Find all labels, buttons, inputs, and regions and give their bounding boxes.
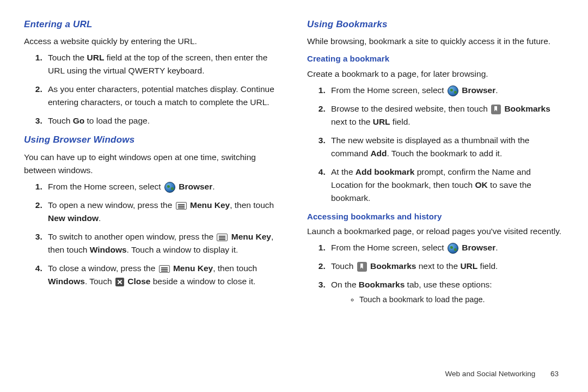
bookmark-icon bbox=[357, 262, 367, 272]
section-name: Web and Social Networking bbox=[445, 370, 536, 378]
text: field. bbox=[477, 261, 498, 271]
text: To switch to another open window, press … bbox=[48, 232, 216, 241]
subheading-accessing-bookmarks: Accessing bookmarks and history bbox=[307, 210, 564, 223]
steps-create-bookmark: From the Home screen, select Browser. Br… bbox=[307, 84, 564, 205]
bold: Windows bbox=[90, 245, 127, 254]
text: . bbox=[495, 85, 498, 95]
bold: URL bbox=[87, 53, 105, 62]
step: Browse to the desired website, then touc… bbox=[328, 102, 564, 128]
text: , then touch bbox=[230, 200, 274, 210]
menu-key-icon bbox=[159, 265, 170, 273]
menu-key-icon bbox=[217, 234, 228, 241]
close-icon bbox=[115, 278, 124, 286]
bold: Add bookmark bbox=[356, 167, 415, 176]
left-column: Entering a URL Access a website quickly … bbox=[24, 17, 281, 311]
heading-browser-windows: Using Browser Windows bbox=[24, 133, 281, 147]
text: To close a window, press the bbox=[48, 264, 158, 273]
step: From the Home screen, select Browser. bbox=[328, 241, 564, 254]
step: To open a new window, press the Menu Key… bbox=[45, 199, 281, 225]
steps-access-bookmarks: From the Home screen, select Browser. To… bbox=[307, 241, 564, 306]
text: . Touch bbox=[85, 277, 114, 286]
bold: Menu Key bbox=[231, 232, 271, 241]
text: next to the bbox=[416, 261, 460, 271]
bold: Browser bbox=[179, 182, 212, 191]
bold: URL bbox=[460, 261, 477, 271]
text: On the bbox=[331, 280, 359, 289]
text: . Touch the bookmark to add it. bbox=[387, 149, 503, 158]
step: To close a window, press the Menu Key, t… bbox=[45, 262, 281, 288]
intro-text: Create a bookmark to a page, for later b… bbox=[307, 68, 564, 81]
manual-page: Entering a URL Access a website quickly … bbox=[0, 0, 588, 322]
text: . bbox=[212, 182, 215, 191]
bold: Add bbox=[370, 149, 387, 158]
text: beside a window to close it. bbox=[150, 277, 255, 286]
globe-icon bbox=[448, 243, 458, 254]
steps-entering-url: Touch the URL field at the top of the sc… bbox=[24, 51, 281, 127]
text: . Touch a window to display it. bbox=[127, 245, 238, 254]
intro-text: Access a website quickly by entering the… bbox=[24, 35, 281, 48]
bold: Bookmarks bbox=[504, 104, 550, 113]
text: , then touch bbox=[213, 264, 257, 273]
step: The new website is displayed as a thumbn… bbox=[328, 134, 564, 160]
step: To switch to another open window, press … bbox=[45, 230, 281, 256]
step: From the Home screen, select Browser. bbox=[45, 180, 281, 193]
globe-icon bbox=[448, 85, 458, 96]
bookmark-icon bbox=[491, 105, 501, 114]
bold: New window bbox=[48, 213, 99, 223]
bold: Go bbox=[73, 116, 85, 125]
bold: Windows bbox=[48, 277, 85, 286]
step: Touch Go to load the page. bbox=[45, 114, 281, 127]
intro-text: You can have up to eight windows open at… bbox=[24, 151, 281, 177]
text: field. bbox=[390, 117, 411, 126]
step: From the Home screen, select Browser. bbox=[328, 84, 564, 97]
globe-icon bbox=[164, 182, 175, 193]
text: From the Home screen, select bbox=[331, 243, 446, 252]
intro-text: While browsing, bookmark a site to quick… bbox=[307, 35, 564, 48]
bold: Menu Key bbox=[190, 200, 230, 210]
text: Touch the bbox=[48, 53, 87, 62]
step: Touch the URL field at the top of the sc… bbox=[45, 51, 281, 77]
text: To open a new window, press the bbox=[48, 200, 175, 210]
heading-using-bookmarks: Using Bookmarks bbox=[307, 17, 564, 32]
text: From the Home screen, select bbox=[331, 85, 446, 95]
text: tab, use these options: bbox=[405, 280, 492, 289]
text: Touch bbox=[331, 261, 356, 271]
bold: Close bbox=[127, 277, 150, 286]
step: As you enter characters, potential match… bbox=[45, 83, 281, 109]
text: At the bbox=[331, 167, 356, 176]
text: to load the page. bbox=[84, 116, 150, 125]
bold: Browser bbox=[462, 243, 495, 252]
bold: Bookmarks bbox=[370, 261, 416, 271]
page-number: 63 bbox=[550, 370, 559, 378]
text: Browse to the desired website, then touc… bbox=[331, 104, 490, 113]
bullet-list: Touch a bookmark to load the page. bbox=[331, 293, 564, 305]
bold: OK bbox=[475, 180, 488, 189]
text: . bbox=[99, 213, 101, 223]
intro-text: Launch a bookmarked page, or reload page… bbox=[307, 225, 564, 238]
text: From the Home screen, select bbox=[48, 182, 163, 191]
steps-windows: From the Home screen, select Browser. To… bbox=[24, 180, 281, 288]
text: Touch bbox=[48, 116, 73, 125]
text: . bbox=[495, 243, 498, 252]
bold: URL bbox=[373, 117, 390, 126]
subheading-creating-bookmark: Creating a bookmark bbox=[307, 52, 564, 65]
heading-entering-url: Entering a URL bbox=[24, 17, 281, 32]
menu-key-icon bbox=[176, 202, 187, 210]
bold: Bookmarks bbox=[359, 280, 405, 289]
bold: Browser bbox=[462, 85, 495, 95]
step: Touch Bookmarks next to the URL field. bbox=[328, 260, 564, 273]
page-footer: Web and Social Networking 63 bbox=[445, 369, 559, 380]
text: next to the bbox=[331, 117, 373, 126]
bullet-item: Touch a bookmark to load the page. bbox=[359, 293, 564, 305]
right-column: Using Bookmarks While browsing, bookmark… bbox=[307, 17, 564, 311]
bold: Menu Key bbox=[173, 264, 213, 273]
step: At the Add bookmark prompt, confirm the … bbox=[328, 166, 564, 205]
step: On the Bookmarks tab, use these options:… bbox=[328, 278, 564, 305]
